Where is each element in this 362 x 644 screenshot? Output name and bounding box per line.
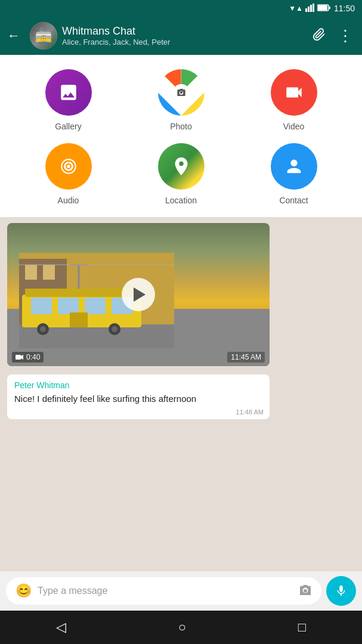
location-label: Location <box>165 196 197 205</box>
avatar-image <box>30 22 57 49</box>
svg-rect-3 <box>313 4 314 12</box>
gallery-icon <box>45 69 92 116</box>
header-info: Whitmans Chat Alice, Francis, Jack, Ned,… <box>62 25 303 47</box>
contact-icon <box>271 143 317 190</box>
recent-nav-button[interactable]: □ <box>286 615 318 640</box>
chat-header: ← Whitmans Chat Alice, Francis, Jack, Ne… <box>0 17 362 55</box>
back-button[interactable]: ← <box>2 23 25 48</box>
battery-icon <box>317 4 330 13</box>
gallery-attachment-item[interactable]: Gallery <box>12 69 125 131</box>
message-input-field[interactable]: 😊 Type a message <box>6 577 321 605</box>
contact-attachment-item[interactable]: Contact <box>237 143 350 205</box>
status-icons: ▼▲ <box>289 4 330 14</box>
audio-icon <box>45 143 92 190</box>
svg-rect-17 <box>85 298 106 314</box>
input-bar: 😊 Type a message <box>0 571 362 611</box>
attachment-header-icon[interactable] <box>308 23 330 49</box>
back-nav-button[interactable]: ◁ <box>44 615 78 640</box>
camera-button[interactable] <box>299 584 312 598</box>
video-cam-icon <box>16 354 24 360</box>
time-display: 11:50 <box>334 4 355 13</box>
video-info-bar: 0:40 11:45 AM <box>12 352 265 363</box>
app-container: ▼▲ 11:50 ← Whitmans Chat Alice, Francis,… <box>0 0 362 644</box>
attachment-menu: Gallery Photo <box>0 55 362 217</box>
message-timestamp: 11:48 AM <box>236 408 264 416</box>
svg-rect-27 <box>16 355 21 360</box>
chat-title[interactable]: Whitmans Chat <box>62 25 303 38</box>
signal-icon <box>305 4 315 14</box>
photo-attachment-item[interactable]: Photo <box>125 69 237 131</box>
attachment-grid: Gallery Photo <box>0 69 362 205</box>
status-bar: ▼▲ 11:50 <box>0 0 362 17</box>
audio-attachment-item[interactable]: Audio <box>12 143 125 205</box>
audio-label: Audio <box>58 196 79 205</box>
home-nav-button[interactable]: ○ <box>166 615 198 640</box>
play-triangle-icon <box>134 287 146 302</box>
video-sent-time: 11:45 AM <box>227 352 265 363</box>
chat-section: 0:40 11:45 AM Peter Whitman Nice! I defi… <box>0 217 362 611</box>
svg-marker-28 <box>21 355 23 360</box>
svg-rect-9 <box>25 265 37 280</box>
svg-rect-15 <box>31 298 52 314</box>
location-icon <box>158 143 205 190</box>
message-text: Nice! I definitely feel like surfing thi… <box>14 392 262 405</box>
bottom-navigation: ◁ ○ □ <box>0 611 362 644</box>
contact-label: Contact <box>279 196 308 205</box>
svg-rect-19 <box>70 312 88 327</box>
video-duration: 0:40 <box>12 352 44 363</box>
svg-rect-0 <box>305 8 307 12</box>
svg-rect-10 <box>43 265 55 280</box>
svg-rect-16 <box>58 298 79 314</box>
wifi-icon: ▼▲ <box>289 4 303 13</box>
svg-rect-6 <box>329 7 330 9</box>
message-placeholder: Type a message <box>38 586 293 596</box>
svg-rect-1 <box>308 7 310 12</box>
play-button[interactable] <box>122 278 155 311</box>
chat-members: Alice, Francis, Jack, Ned, Peter <box>62 38 303 47</box>
svg-point-23 <box>112 326 117 332</box>
video-attachment-item[interactable]: Video <box>237 69 350 131</box>
video-label: Video <box>283 122 305 131</box>
svg-point-21 <box>40 326 46 332</box>
svg-rect-2 <box>310 5 312 12</box>
gallery-label: Gallery <box>55 122 81 131</box>
mic-icon <box>335 584 348 597</box>
location-attachment-item[interactable]: Location <box>125 143 237 205</box>
photo-icon <box>158 69 205 116</box>
video-message-bubble: 0:40 11:45 AM <box>7 223 270 366</box>
more-options-button[interactable]: ⋮ <box>333 22 357 50</box>
video-thumbnail[interactable]: 0:40 11:45 AM <box>7 223 270 366</box>
svg-rect-5 <box>318 5 327 10</box>
emoji-button[interactable]: 😊 <box>16 583 32 599</box>
photo-label: Photo <box>170 122 192 131</box>
message-sender: Peter Whitman <box>14 380 262 390</box>
video-icon <box>271 69 317 116</box>
header-actions: ⋮ <box>308 22 357 50</box>
mic-button[interactable] <box>326 576 356 606</box>
text-message-bubble: Peter Whitman Nice! I definitely feel li… <box>7 374 270 419</box>
group-avatar[interactable] <box>30 22 57 49</box>
